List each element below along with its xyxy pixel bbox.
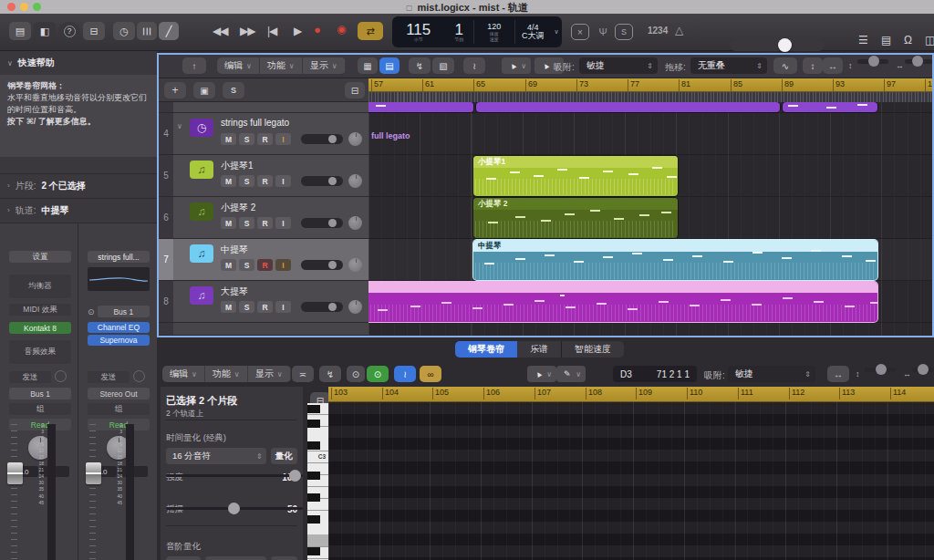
piano-roll-ruler[interactable]: 103 104 105 106 107 108 109 110 111 112 … <box>328 387 934 402</box>
slider-knob[interactable] <box>912 56 923 67</box>
slider-knob[interactable] <box>868 56 879 67</box>
volume-slider-knob[interactable] <box>778 38 792 52</box>
mute-button[interactable]: M <box>221 259 236 271</box>
play-button[interactable]: ▶ <box>294 25 301 37</box>
hierarchy-up-button[interactable]: ↑ <box>182 57 206 74</box>
list-editors-button[interactable]: ☰ <box>858 34 868 47</box>
record-enable-button[interactable]: R <box>257 217 273 229</box>
solo-button[interactable]: S <box>239 259 254 271</box>
duplicate-track-button[interactable]: ▣ <box>193 82 215 99</box>
flex-button[interactable]: ≀ <box>463 57 485 74</box>
tracks-lane-area[interactable]: full legato 小提琴1 小提琴 2 中提琴 <box>368 102 934 336</box>
browsers-button[interactable]: ◫ <box>925 34 934 47</box>
quick-help-header[interactable]: ∨ 快速帮助 <box>0 51 157 75</box>
vertical-fit-button[interactable]: ↕ <box>803 57 823 74</box>
track-volume-slider[interactable] <box>301 134 343 144</box>
group-slot[interactable]: 组 <box>88 403 150 415</box>
left-click-tool[interactable]: ▲∨ <box>502 57 531 74</box>
slider-knob[interactable] <box>328 219 337 227</box>
track-inspector-row[interactable]: › 轨道: 中提琴 <box>0 198 157 222</box>
bar-ruler[interactable]: 57 61 65 69 73 77 81 85 89 93 97 10 <box>368 78 934 102</box>
track-icon-midi[interactable]: ♫ <box>190 244 213 263</box>
record-enable-button[interactable]: R <box>257 133 273 145</box>
quantize-apply-button[interactable]: 量化 <box>271 448 297 464</box>
fader-cap[interactable] <box>7 462 23 484</box>
mute-button[interactable]: M <box>221 217 236 229</box>
midi-region-violin1[interactable]: 小提琴1 <box>473 156 678 196</box>
input-monitor-button[interactable]: I <box>275 301 291 313</box>
editors-button[interactable]: ╱ <box>159 22 179 40</box>
solo-mode-button[interactable]: S <box>615 24 633 40</box>
track-name[interactable]: strings full legato <box>221 118 289 128</box>
horizontal-zoom-slider[interactable] <box>912 368 934 372</box>
scale-root-dropdown[interactable]: 关⇕ <box>166 556 201 560</box>
track-icon-midi[interactable]: ♫ <box>190 202 213 221</box>
mute-button[interactable]: M <box>221 175 236 187</box>
add-track-button[interactable]: + <box>164 82 186 99</box>
edit-menu[interactable]: 编辑∨ <box>162 366 205 382</box>
solo-button[interactable]: S <box>239 133 254 145</box>
track-name[interactable]: 大提琴 <box>221 285 248 298</box>
inspector-toggle-button[interactable]: ◧ <box>34 22 56 40</box>
track-row-partial[interactable] <box>159 102 368 113</box>
track-name[interactable]: 小提琴 2 <box>221 202 255 214</box>
midi-region-violin2[interactable]: 小提琴 2 <box>473 198 678 238</box>
eq-thumbnail[interactable] <box>88 267 150 291</box>
forward-button[interactable]: ▶▶ <box>240 25 254 37</box>
track-row-partial[interactable] <box>159 323 368 336</box>
midi-region[interactable] <box>783 102 877 112</box>
midi-region[interactable] <box>476 102 780 112</box>
horizontal-fit-button[interactable]: ↔ <box>823 57 843 74</box>
black-key[interactable] <box>307 441 320 450</box>
track-volume-slider[interactable] <box>301 302 343 312</box>
track-row-6[interactable]: 6 ♫ 小提琴 2 M S R I <box>159 197 368 239</box>
track-pan-knob[interactable] <box>348 132 362 146</box>
quantize-value-dropdown[interactable]: 16 分音符⇕ <box>166 448 266 464</box>
black-key[interactable] <box>307 405 320 413</box>
toolbar-toggle-button[interactable]: ⊟ <box>83 22 105 40</box>
midi-region[interactable] <box>368 102 473 112</box>
view-menu[interactable]: 显示∨ <box>303 57 346 74</box>
vertical-zoom-slider[interactable] <box>857 59 888 64</box>
track-icon-midi[interactable]: ♫ <box>190 286 213 305</box>
mute-button[interactable]: M <box>221 133 236 145</box>
send-knob[interactable] <box>133 370 145 382</box>
slider-knob[interactable] <box>876 364 887 375</box>
solo-button[interactable]: S <box>239 301 254 313</box>
view-menu[interactable]: 显示∨ <box>248 366 291 382</box>
command-click-tool[interactable]: ✎∨ <box>556 366 586 382</box>
functions-menu[interactable]: 功能∨ <box>260 57 303 74</box>
track-name[interactable]: 中提琴 <box>221 244 248 256</box>
black-key[interactable] <box>307 472 320 480</box>
output-slot[interactable]: Stereo Out <box>88 388 150 399</box>
rewind-button[interactable]: ◀◀ <box>213 25 227 37</box>
track-volume-slider[interactable] <box>301 260 343 270</box>
collapse-mode-button[interactable]: ≍ <box>292 366 314 382</box>
channel-fader[interactable]: 0 3 6 9 12 15 18 21 24 30 35 40 45 <box>7 424 73 560</box>
horizontal-fit-button[interactable]: ↔ <box>827 366 849 382</box>
edit-menu[interactable]: 编辑∨ <box>217 57 260 74</box>
record-enable-button[interactable]: R <box>257 259 273 271</box>
cycle-range[interactable]: 57 61 65 69 73 77 81 85 89 93 97 10 <box>368 78 934 92</box>
instrument-slot[interactable]: Kontakt 8 <box>9 322 71 334</box>
master-volume-slider[interactable] <box>730 39 825 51</box>
track-volume-slider[interactable] <box>301 176 343 186</box>
midi-in-button[interactable]: ⊙ <box>347 366 365 382</box>
midi-region-cello-selected[interactable] <box>368 282 877 322</box>
input-monitor-button[interactable]: I <box>275 175 291 187</box>
cycle-button[interactable]: ⇄ <box>358 22 383 40</box>
drag-dropdown[interactable]: 无重叠⇕ <box>690 57 767 74</box>
black-key[interactable] <box>307 420 320 428</box>
link-button[interactable]: ∞ <box>420 366 441 382</box>
apple-loops-button[interactable]: Ω <box>904 34 912 47</box>
tuner-button[interactable]: Ψ <box>595 24 611 40</box>
channel-eq-slot[interactable]: 均衡器 <box>9 275 71 298</box>
horizontal-zoom-slider[interactable] <box>905 59 932 64</box>
capture-recording-button[interactable]: ◉ <box>337 23 346 36</box>
record-enable-button[interactable]: R <box>257 301 273 313</box>
fader-cap[interactable] <box>86 462 101 484</box>
channel-setting-button[interactable]: 设置 <box>9 251 71 263</box>
slider-knob[interactable] <box>918 364 929 375</box>
black-key[interactable] <box>307 515 320 524</box>
snap-dropdown[interactable]: 敏捷⇕ <box>728 366 815 382</box>
